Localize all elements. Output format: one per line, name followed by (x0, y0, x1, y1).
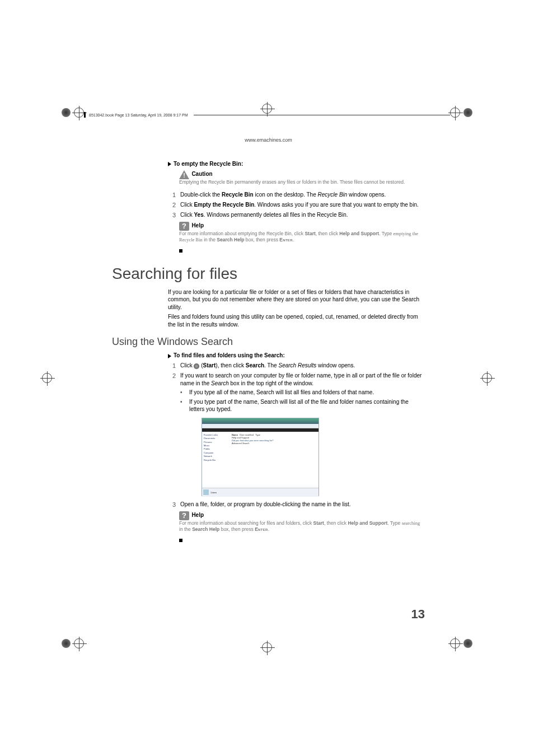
help-callout-2: Help For more information about searchin… (179, 511, 425, 533)
crop-mark-ml (42, 373, 52, 383)
crop-mark-mr (482, 373, 492, 383)
search-step-2: 2 If you want to search on your computer… (168, 372, 425, 387)
start-orb-icon (194, 363, 199, 369)
caution-callout: Caution Emptying the Recycle Bin permane… (179, 170, 425, 185)
procedure-title-empty-bin: To empty the Recycle Bin: (168, 161, 425, 167)
book-header: 8513042.book Page 13 Saturday, April 19,… (84, 112, 450, 118)
heading-searching: Searching for files (112, 265, 425, 283)
procedure-title-find-files: To find files and folders using the Sear… (168, 352, 425, 358)
heading-windows-search: Using the Windows Search (112, 336, 425, 348)
crop-mark-tl (62, 108, 84, 118)
intro-p1: If you are looking for a particular file… (168, 288, 425, 311)
page-number: 13 (411, 607, 425, 622)
help-callout-1: Help For more information about emptying… (179, 222, 425, 244)
search-step-3: 3 Open a file, folder, or program by dou… (168, 501, 425, 509)
page-url: www.emachines.com (112, 137, 425, 143)
end-marker-2 (179, 539, 182, 542)
crop-mark-tr (450, 108, 472, 118)
step-1: 1 Double-click the Recycle Bin icon on t… (168, 191, 425, 199)
book-info-text: 8513042.book Page 13 Saturday, April 19,… (89, 113, 188, 117)
bullet-2: • If you type part of the name, Search w… (180, 398, 425, 413)
bullet-1: • If you type all of the name, Search wi… (180, 389, 425, 396)
end-marker (179, 249, 182, 253)
step-2: 2 Click Empty the Recycle Bin. Windows a… (168, 201, 425, 209)
help-icon (179, 511, 189, 520)
search-step-1: 1 Click (Start), then click Search. The … (168, 362, 425, 370)
step-3: 3 Click Yes. Windows permanently deletes… (168, 211, 425, 220)
crop-mark-bl (62, 638, 84, 648)
help-icon (179, 222, 189, 231)
caution-icon (179, 170, 189, 179)
crop-mark-bc (262, 642, 272, 652)
search-results-screenshot: Favorite Links Documents Pictures Music … (202, 418, 319, 496)
crop-mark-br (450, 638, 472, 648)
intro-p2: Files and folders found using this utili… (168, 313, 425, 328)
